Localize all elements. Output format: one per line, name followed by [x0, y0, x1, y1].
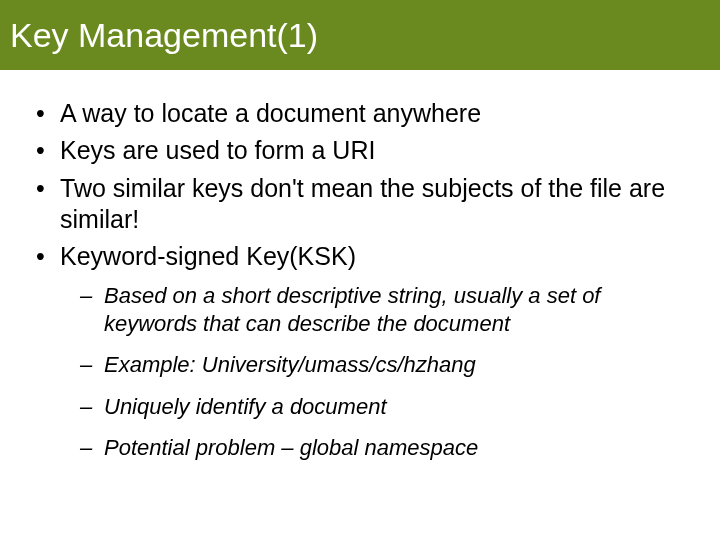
- sub-bullet-text: Potential problem – global namespace: [104, 435, 478, 460]
- list-item: Uniquely identify a document: [80, 393, 690, 421]
- list-item: Keys are used to form a URI: [30, 135, 690, 166]
- bullet-text: Two similar keys don't mean the subjects…: [60, 174, 665, 233]
- list-item: Two similar keys don't mean the subjects…: [30, 173, 690, 236]
- bullet-text: Keyword-signed Key(KSK): [60, 242, 356, 270]
- title-bar: Key Management(1): [0, 0, 720, 70]
- list-item: Example: University/umass/cs/hzhang: [80, 351, 690, 379]
- sub-bullet-text: Based on a short descriptive string, usu…: [104, 283, 600, 336]
- sub-bullet-text: Uniquely identify a document: [104, 394, 387, 419]
- list-item: Based on a short descriptive string, usu…: [80, 282, 690, 337]
- list-item: Potential problem – global namespace: [80, 434, 690, 462]
- slide: Key Management(1) A way to locate a docu…: [0, 0, 720, 540]
- list-item: A way to locate a document anywhere: [30, 98, 690, 129]
- bullet-text: A way to locate a document anywhere: [60, 99, 481, 127]
- list-item: Keyword-signed Key(KSK) Based on a short…: [30, 241, 690, 462]
- slide-title: Key Management(1): [10, 16, 318, 55]
- slide-body: A way to locate a document anywhere Keys…: [0, 70, 720, 462]
- sub-bullet-list: Based on a short descriptive string, usu…: [60, 282, 690, 462]
- bullet-list: A way to locate a document anywhere Keys…: [30, 98, 690, 462]
- sub-bullet-text: Example: University/umass/cs/hzhang: [104, 352, 476, 377]
- bullet-text: Keys are used to form a URI: [60, 136, 375, 164]
